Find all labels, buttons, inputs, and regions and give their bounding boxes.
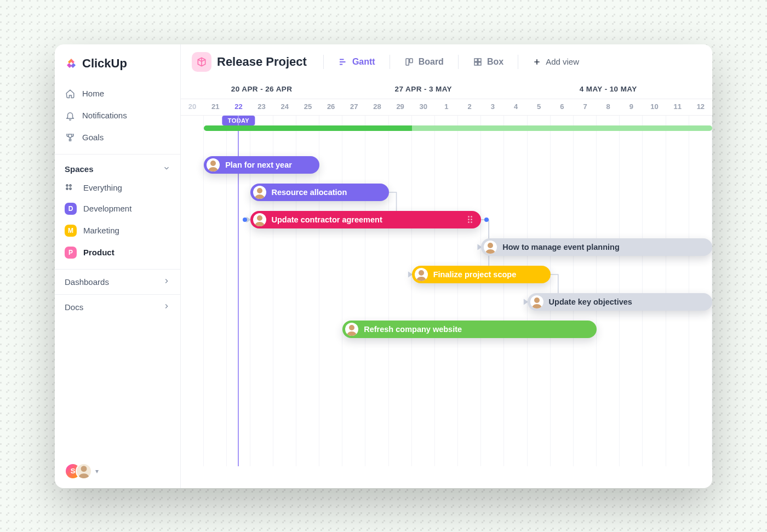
space-product[interactable]: P Product xyxy=(55,242,180,264)
day-label: 23 xyxy=(250,99,273,115)
svg-point-3 xyxy=(70,188,71,190)
task-bar[interactable]: Finalize project scope xyxy=(412,266,551,283)
space-badge-product: P xyxy=(65,247,77,259)
day-label: 26 xyxy=(319,99,342,115)
link-dot[interactable] xyxy=(243,218,247,222)
day-label: 27 xyxy=(342,99,365,115)
timeline-header: 20 APR - 26 APR27 APR - 3 MAY4 MAY - 10 … xyxy=(181,78,712,116)
space-marketing[interactable]: M Marketing xyxy=(55,220,180,242)
space-development-label: Development xyxy=(83,204,131,213)
space-product-label: Product xyxy=(83,248,115,257)
week-label: 4 MAY - 10 MAY xyxy=(504,78,712,99)
day-label: 1 xyxy=(435,99,458,115)
task-bar[interactable]: Update key objectives xyxy=(528,293,712,311)
user-avatar-photo[interactable] xyxy=(76,463,92,479)
add-view-button[interactable]: Add view xyxy=(527,54,585,70)
svg-point-2 xyxy=(66,188,68,190)
task-bar[interactable]: Plan for next year xyxy=(204,156,319,174)
nav-docs[interactable]: Docs xyxy=(55,294,180,319)
timeline-weeks: 20 APR - 26 APR27 APR - 3 MAY4 MAY - 10 … xyxy=(181,78,712,99)
svg-rect-10 xyxy=(478,62,481,65)
gantt-chart: 20 APR - 26 APR27 APR - 3 MAY4 MAY - 10 … xyxy=(181,78,712,488)
svg-point-11 xyxy=(210,161,216,166)
nav-dashboards[interactable]: Dashboards xyxy=(55,269,180,294)
day-label: 6 xyxy=(551,99,574,115)
spaces-header[interactable]: Spaces xyxy=(55,158,180,178)
spaces-header-label: Spaces xyxy=(65,164,94,174)
day-label: 24 xyxy=(273,99,296,115)
nav-primary: Home Notifications Goals xyxy=(55,81,180,151)
link-dot[interactable] xyxy=(484,218,489,222)
task-label: Resource allocation xyxy=(272,188,347,197)
svg-point-1 xyxy=(70,185,71,186)
day-label: 21 xyxy=(204,99,227,115)
timeline-body[interactable]: TODAYPlan for next yearResource allocati… xyxy=(181,116,712,466)
clickup-logo-icon xyxy=(65,57,78,70)
nav-notifications-label: Notifications xyxy=(82,111,127,120)
add-view-label: Add view xyxy=(546,57,579,66)
tab-gantt[interactable]: Gantt xyxy=(333,54,381,70)
project-icon xyxy=(192,52,211,72)
separator xyxy=(518,55,518,69)
svg-point-16 xyxy=(534,298,540,303)
main: Release Project Gantt Board Box xyxy=(181,44,712,488)
space-everything-label: Everything xyxy=(83,183,122,192)
svg-point-0 xyxy=(66,185,68,186)
divider xyxy=(55,154,180,155)
svg-point-17 xyxy=(349,325,354,330)
day-label: 7 xyxy=(574,99,597,115)
assignee-avatar xyxy=(253,186,266,199)
separator xyxy=(458,55,459,69)
space-development[interactable]: D Development xyxy=(55,198,180,220)
day-label: 30 xyxy=(412,99,435,115)
day-label: 3 xyxy=(481,99,504,115)
nav-goals-label: Goals xyxy=(82,133,104,142)
svg-rect-5 xyxy=(406,59,409,65)
trophy-icon xyxy=(65,132,76,143)
chevron-right-icon xyxy=(163,302,170,312)
assignee-avatar xyxy=(530,295,543,308)
svg-point-4 xyxy=(81,466,87,472)
svg-rect-8 xyxy=(478,59,481,61)
day-label: 22 xyxy=(227,99,250,115)
nav-notifications[interactable]: Notifications xyxy=(55,105,180,127)
task-bar[interactable]: Refresh company website xyxy=(342,321,597,338)
task-bar[interactable]: Resource allocation xyxy=(250,184,389,201)
task-bar[interactable]: How to manage event planning xyxy=(481,238,712,256)
assignee-avatar xyxy=(207,158,220,171)
svg-rect-9 xyxy=(474,62,477,65)
svg-point-14 xyxy=(488,243,493,248)
app-window: ClickUp Home Notifications Goals xyxy=(55,44,712,488)
assignee-avatar xyxy=(415,268,428,281)
tab-box[interactable]: Box xyxy=(467,54,509,70)
chevron-right-icon xyxy=(163,277,170,287)
svg-rect-7 xyxy=(474,59,477,61)
day-label: 2 xyxy=(458,99,481,115)
chevron-down-icon xyxy=(163,164,170,174)
task-label: Refresh company website xyxy=(364,325,462,334)
task-label: How to manage event planning xyxy=(502,243,620,251)
tab-board[interactable]: Board xyxy=(399,54,449,70)
progress-bar xyxy=(204,125,712,131)
space-everything[interactable]: Everything xyxy=(55,178,180,198)
svg-rect-6 xyxy=(409,59,412,63)
task-label: Finalize project scope xyxy=(433,270,517,279)
space-badge-development: D xyxy=(65,203,77,215)
task-bar[interactable]: Update contractor agreement xyxy=(250,211,482,228)
space-badge-marketing: M xyxy=(65,225,77,237)
separator xyxy=(390,55,390,69)
separator xyxy=(323,55,324,69)
day-label: 8 xyxy=(597,99,620,115)
assignee-avatar xyxy=(484,241,497,254)
week-label: 27 APR - 3 MAY xyxy=(342,78,504,99)
home-icon xyxy=(65,88,76,99)
box-grid-icon xyxy=(473,57,483,67)
nav-home[interactable]: Home xyxy=(55,83,180,105)
caret-down-icon[interactable]: ▾ xyxy=(95,467,99,475)
nav-home-label: Home xyxy=(82,89,104,98)
day-label: 4 xyxy=(504,99,527,115)
nav-goals[interactable]: Goals xyxy=(55,127,180,148)
drag-handle-icon[interactable] xyxy=(468,216,472,223)
svg-point-12 xyxy=(257,188,262,193)
day-label: 11 xyxy=(666,99,689,115)
